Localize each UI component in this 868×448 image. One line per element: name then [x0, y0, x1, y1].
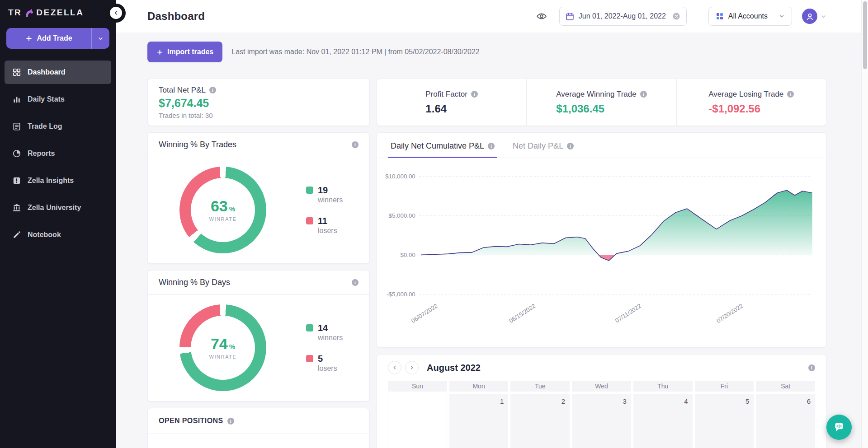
info-icon[interactable]: i — [567, 143, 574, 149]
accounts-selected-value: All Accounts — [728, 12, 768, 20]
calendar-icon — [566, 12, 574, 21]
legend-losers: 5 losers — [306, 354, 343, 373]
info-icon[interactable]: i — [471, 91, 478, 98]
insights-alert-icon — [12, 176, 21, 185]
svg-text:$5,000.00: $5,000.00 — [389, 212, 415, 219]
sidebar-item-trade-log[interactable]: Trade Log — [5, 115, 111, 138]
sidebar-item-daily-stats[interactable]: Daily Stats — [5, 88, 111, 111]
losers-swatch — [306, 355, 313, 362]
avg-losing-trade-value: -$1,092.56 — [708, 103, 794, 115]
total-net-pnl-label: Total Net P&L — [159, 86, 206, 95]
tab-daily-net-cumulative-pnl[interactable]: Daily Net Cumulative P&L i — [388, 133, 497, 158]
accounts-grid-icon — [716, 12, 724, 20]
clear-date-button[interactable] — [672, 12, 680, 20]
user-icon — [806, 12, 814, 21]
weekday-header: Wed — [572, 381, 631, 392]
legend-winners: 14 winners — [306, 323, 343, 342]
svg-text:-$5,000.00: -$5,000.00 — [387, 291, 415, 298]
total-net-pnl-card: Total Net P&L i $7,674.45 Trades in tota… — [147, 79, 370, 126]
calendar-day-cell[interactable]: 1 — [449, 394, 509, 448]
calendar-card: August 2022 i Sun Mon Tue Wed Thu Fri Sa… — [377, 354, 826, 448]
info-icon[interactable]: i — [787, 91, 794, 98]
donut-legend: 19 winners 11 losers — [306, 185, 343, 235]
info-icon[interactable]: i — [209, 87, 216, 93]
avatar — [802, 9, 817, 24]
weekday-header: Sun — [388, 381, 447, 392]
winrate-label: WINRATE — [209, 354, 236, 359]
sidebar-item-dashboard[interactable]: Dashboard — [5, 61, 111, 84]
avg-winning-trade-cell: Average Winning Tradei $1,036.45 — [527, 79, 676, 126]
profit-factor-cell: Profit Factori 1.64 — [377, 79, 526, 126]
calendar-month-label: August 2022 — [427, 363, 481, 373]
chevron-down-icon — [821, 14, 826, 19]
sidebar: TR DEZELLA Add Trade Dashboard — [0, 0, 116, 448]
page-scrollbar[interactable] — [861, 0, 868, 448]
calendar-day-cell[interactable]: 3 — [572, 394, 631, 448]
sidebar-item-zella-insights[interactable]: Zella Insights — [5, 169, 111, 192]
sidebar-item-reports[interactable]: Reports — [5, 142, 111, 165]
logo-text-pre: TR — [8, 8, 22, 18]
calendar-day-cell[interactable]: 4 — [633, 394, 693, 448]
stats-summary-card: Profit Factori 1.64 Average Winning Trad… — [377, 79, 826, 126]
user-menu[interactable] — [802, 9, 826, 24]
accounts-selector[interactable]: All Accounts — [708, 7, 792, 26]
info-icon[interactable]: i — [352, 279, 359, 286]
svg-text:$0.00: $0.00 — [401, 252, 415, 258]
cumulative-pnl-area-chart: $10,000.00$5,000.00$0.00-$5,000.0006/07/… — [377, 158, 826, 333]
visibility-eye-button[interactable] — [534, 9, 549, 23]
journal-icon — [12, 122, 21, 131]
weekday-header: Sat — [756, 381, 815, 392]
chat-bubble-icon — [833, 421, 845, 433]
chart-tabs: Daily Net Cumulative P&L i Net Daily P&L… — [377, 133, 826, 158]
unicorn-logo-icon — [24, 7, 34, 18]
sidebar-nav: Dashboard Daily Stats Trade Log Reports … — [0, 57, 116, 247]
chevron-down-icon — [97, 35, 104, 42]
svg-text:$10,000.00: $10,000.00 — [385, 173, 415, 180]
info-icon[interactable]: i — [488, 143, 495, 149]
dashboard-grid-icon — [12, 68, 21, 77]
sidebar-item-zella-university[interactable]: Zella University — [5, 196, 111, 219]
add-trade-dropdown-toggle[interactable] — [91, 28, 109, 49]
sidebar-collapse-button[interactable] — [110, 7, 122, 19]
tab-net-daily-pnl[interactable]: Net Daily P&L i — [510, 133, 576, 158]
sidebar-item-notebook[interactable]: Notebook — [5, 223, 111, 247]
winrate-by-days-donut-chart: 74% WINRATE — [179, 304, 266, 391]
eye-icon — [536, 11, 547, 21]
winning-by-days-card: Winning % By Days i 74% WINRATE — [147, 270, 370, 401]
pencil-icon — [12, 230, 21, 239]
svg-text:07/20/2022: 07/20/2022 — [715, 302, 744, 324]
plus-icon — [156, 49, 163, 56]
info-icon[interactable]: i — [808, 364, 815, 371]
university-bank-icon — [12, 203, 21, 212]
calendar-next-button[interactable] — [405, 361, 419, 374]
avg-winning-trade-value: $1,036.45 — [556, 103, 646, 115]
legend-losers: 11 losers — [306, 216, 343, 235]
chat-widget-button[interactable] — [826, 415, 852, 440]
losers-swatch — [306, 217, 313, 224]
page-title: Dashboard — [147, 10, 205, 23]
chevron-right-icon — [409, 365, 415, 370]
info-icon[interactable]: i — [227, 418, 234, 425]
calendar-day-cell[interactable]: 2 — [510, 394, 570, 448]
calendar-day-cell[interactable]: 6 — [756, 394, 815, 448]
chevron-left-icon — [113, 10, 119, 16]
plus-icon — [25, 35, 33, 42]
import-bar: Import trades Last import was made: Nov … — [147, 42, 826, 62]
info-icon[interactable]: i — [352, 141, 359, 148]
date-range-picker[interactable]: Jun 01, 2022-Aug 01, 2022 — [559, 7, 687, 26]
scrollbar-thumb[interactable] — [863, 1, 867, 69]
legend-winners: 19 winners — [306, 185, 343, 204]
donut-legend: 14 winners 5 losers — [306, 323, 343, 373]
info-icon[interactable]: i — [640, 91, 647, 98]
weekday-header: Mon — [449, 381, 509, 392]
calendar-day-cell[interactable] — [388, 394, 447, 448]
trades-in-total: Trades in total: 30 — [159, 112, 359, 119]
import-trades-button[interactable]: Import trades — [147, 42, 222, 62]
calendar-prev-button[interactable] — [388, 361, 401, 374]
winning-by-trades-card: Winning % By Trades i 63% WINRATE — [147, 132, 370, 264]
add-trade-button[interactable]: Add Trade — [6, 28, 109, 49]
calendar-day-cell[interactable]: 5 — [695, 394, 754, 448]
card-title: Winning % By Days — [159, 278, 230, 287]
bar-chart-icon — [12, 95, 21, 104]
top-bar: Dashboard Jun 01, 2022-Aug 01, 2022 All … — [116, 0, 868, 33]
